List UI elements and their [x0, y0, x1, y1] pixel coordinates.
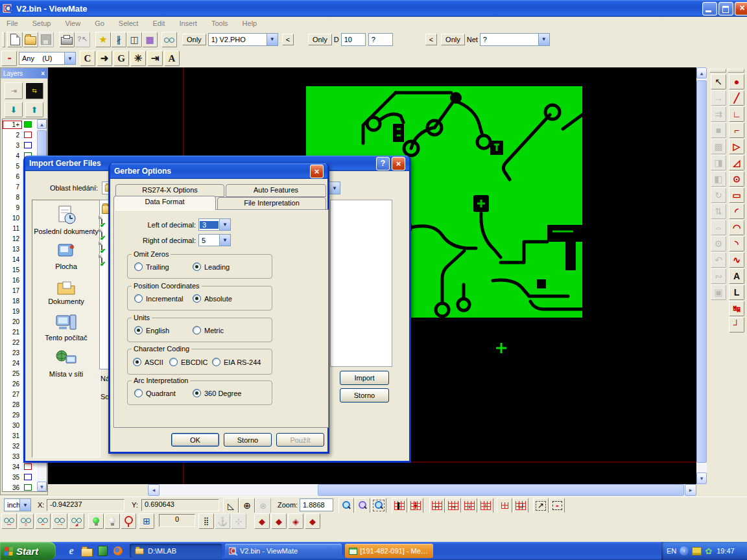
left-of-decimal-combobox[interactable]: 3 ▼: [198, 218, 231, 231]
menu-item[interactable]: View: [65, 19, 80, 27]
rotate-tool-icon[interactable]: ↻: [711, 187, 726, 203]
dcode-solid-icon[interactable]: ◆: [271, 513, 287, 529]
dcode-symbol-icon[interactable]: ◈: [288, 513, 303, 529]
menu-item[interactable]: Tools: [211, 19, 228, 27]
gerber-dialog-titlebar[interactable]: Gerber Options ×: [110, 163, 327, 179]
corner-tool-icon[interactable]: ┘: [729, 317, 744, 332]
menu-item[interactable]: Setup: [32, 19, 51, 27]
dcode-plain-icon[interactable]: ◆: [305, 513, 320, 529]
select-box-tool-icon[interactable]: ▣: [711, 285, 726, 300]
chevron-down-icon[interactable]: ▼: [267, 34, 278, 45]
pan-right-icon[interactable]: →: [445, 498, 461, 513]
radio-trailing[interactable]: Trailing: [134, 262, 169, 271]
flip-right-tool-icon[interactable]: ◨: [711, 155, 726, 170]
settings-gear-icon[interactable]: ⚙: [711, 236, 726, 251]
snap-tool-icon[interactable]: ⇥: [147, 51, 163, 66]
layer-color-swatch[interactable]: [24, 463, 32, 470]
target-filter-button[interactable]: ▪▪: [1, 51, 17, 66]
only-layer-button[interactable]: Only: [182, 34, 206, 45]
pad-flash-tool-icon[interactable]: ●: [729, 74, 744, 89]
close-button[interactable]: ×: [392, 157, 405, 170]
place-network[interactable]: Místa v síti: [32, 342, 100, 378]
scroll-down-icon[interactable]: ▾: [37, 482, 47, 491]
open-angle-tool-icon[interactable]: ▷: [729, 139, 744, 154]
quicklaunch-folder-icon[interactable]: [80, 544, 93, 557]
move-layer-up-button[interactable]: ⬆: [25, 102, 43, 117]
triangle-tool-icon[interactable]: ◿: [729, 155, 744, 170]
print-button[interactable]: [59, 32, 75, 47]
s-curve-tool-icon[interactable]: ∿: [729, 252, 744, 268]
vertical-scrollbar[interactable]: ▴ ▾: [696, 67, 707, 484]
grid-step-value[interactable]: 0: [159, 514, 195, 527]
radio-ebcdic[interactable]: EBCDIC: [169, 358, 208, 366]
menu-item[interactable]: File: [6, 19, 18, 27]
import-button[interactable]: Import: [340, 371, 389, 385]
arc-point-tool-icon[interactable]: ◝: [729, 236, 744, 251]
duplicate-tool-icon[interactable]: ⇉: [711, 106, 726, 122]
grid-toggle-button[interactable]: ╋: [408, 498, 423, 513]
close-icon[interactable]: ×: [310, 165, 324, 178]
zoom-window-button[interactable]: [371, 498, 386, 513]
gerber-file-icon[interactable]: ✔: [101, 242, 102, 250]
view-pads-glasses-icon[interactable]: ▪▪: [35, 513, 51, 529]
grid-window-button[interactable]: ⊞: [139, 513, 154, 529]
radio-quadrant[interactable]: Quadrant: [134, 389, 176, 397]
place-desktop[interactable]: Plocha: [32, 235, 100, 270]
cancel-button[interactable]: Storno: [340, 388, 389, 402]
gerber-file-icon[interactable]: ✔: [101, 229, 102, 237]
radio-eia-rs244[interactable]: EIA RS-244: [212, 358, 261, 366]
horizontal-scroll-thumb[interactable]: [318, 484, 684, 496]
radio-360-degree[interactable]: 360 Degree: [193, 389, 242, 397]
text-tool-icon[interactable]: A: [729, 268, 744, 284]
menu-item[interactable]: Go: [95, 19, 104, 27]
menu-item[interactable]: Select: [119, 19, 139, 27]
origin-button[interactable]: ⊕: [239, 498, 255, 513]
minimize-button[interactable]: [702, 2, 717, 16]
radio-absolute[interactable]: Absolute: [193, 294, 232, 303]
film-colors-button[interactable]: ▦: [142, 32, 158, 47]
text-a-tool-icon[interactable]: A: [164, 51, 180, 66]
extents-button[interactable]: ↗: [533, 498, 549, 513]
tab-auto-features[interactable]: Auto Features: [226, 184, 326, 197]
prev-layer-button[interactable]: <: [282, 34, 294, 45]
zoom-value-field[interactable]: 1.8868: [300, 498, 333, 511]
taskbar-item-message[interactable]: [191-482-091] - Mess...: [345, 544, 433, 558]
hide-layer-button[interactable]: ⇥: [5, 82, 23, 99]
highlight-off-button[interactable]: [104, 513, 120, 529]
menu-item[interactable]: Edit: [152, 19, 165, 27]
tab-file-interpretation[interactable]: File Interpretation: [217, 197, 326, 210]
place-my-computer[interactable]: Tento počítač: [32, 305, 100, 342]
select-pointer-icon[interactable]: ↖: [711, 74, 726, 89]
radio-leading[interactable]: Leading: [193, 262, 230, 271]
move-tool-icon[interactable]: →: [711, 90, 726, 106]
chevron-down-icon[interactable]: ▼: [19, 499, 30, 511]
view-dcodes-glasses-icon[interactable]: •••: [1, 513, 17, 529]
menu-item[interactable]: Help: [243, 19, 257, 27]
grid-plot-button[interactable]: ▌: [392, 498, 407, 513]
right-of-decimal-combobox[interactable]: 5 ▼: [198, 234, 231, 246]
smooth-curve-tool-icon[interactable]: ∾: [711, 268, 726, 284]
help-button[interactable]: ?: [376, 157, 390, 170]
line-tool-icon[interactable]: ╱: [729, 90, 744, 106]
highlight-on-button[interactable]: [88, 513, 104, 529]
close-icon[interactable]: ×: [41, 70, 45, 77]
vertical-scroll-thumb[interactable]: [696, 80, 707, 463]
measure-angle-button[interactable]: ◺: [223, 498, 239, 513]
ok-button[interactable]: OK: [171, 433, 219, 447]
layer-color-swatch[interactable]: [24, 121, 32, 128]
tab-rs274x-options[interactable]: RS274-X Options: [115, 184, 224, 197]
quicklaunch-browser-icon[interactable]: e: [65, 544, 78, 557]
component-c-tool-icon[interactable]: C: [80, 51, 95, 66]
layers-panel-titlebar[interactable]: Layers ×: [1, 68, 47, 78]
film-single-button[interactable]: ◫: [126, 32, 142, 47]
label-tool-icon[interactable]: L: [729, 285, 744, 300]
dot-grid-button[interactable]: ⣿: [198, 513, 214, 529]
pattern-square-tool-icon[interactable]: ▩: [711, 139, 726, 154]
scroll-right-icon[interactable]: ▸: [685, 484, 696, 496]
pan-left-icon[interactable]: ←: [429, 498, 445, 513]
layer-color-swatch[interactable]: [24, 474, 32, 480]
tab-data-format[interactable]: Data Format: [113, 196, 216, 210]
zoom-grid-button[interactable]: [355, 498, 370, 513]
view-layers-glasses-icon[interactable]: ≡: [18, 513, 34, 529]
radio-ascii[interactable]: ASCII: [133, 358, 163, 366]
